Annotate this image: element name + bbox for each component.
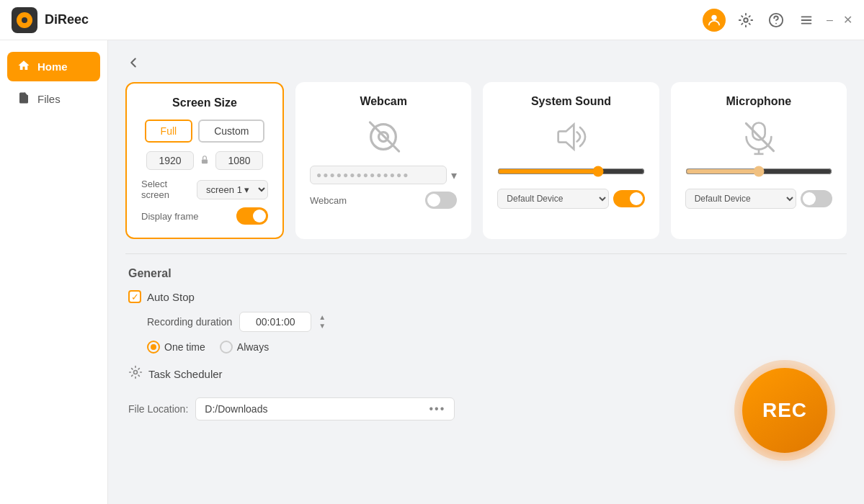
microphone-slider[interactable] [685, 166, 832, 177]
microphone-slider-wrap [685, 166, 832, 180]
sidebar-item-files[interactable]: Files [7, 84, 100, 114]
microphone-title: Microphone [685, 95, 832, 108]
full-size-button[interactable]: Full [145, 120, 193, 143]
webcam-slider [425, 192, 457, 209]
help-icon[interactable] [766, 10, 786, 30]
webcam-knob [427, 194, 440, 207]
sidebar: Home Files [0, 40, 108, 504]
repeat-row: One time Always [147, 341, 844, 354]
microphone-icon-wrap [685, 118, 832, 156]
task-scheduler-label: Task Scheduler [148, 368, 223, 380]
display-frame-slider [236, 207, 268, 225]
webcam-toggle-row: Webcam [310, 192, 457, 209]
microphone-device-select[interactable]: Default Device [685, 189, 796, 209]
microphone-knob [803, 192, 816, 205]
webcam-label: Webcam [310, 195, 347, 206]
back-icon [125, 55, 141, 71]
app-logo-inner [17, 12, 32, 28]
screen-size-card: Screen Size Full Custom [125, 82, 284, 239]
duration-label: Recording duration [147, 316, 232, 328]
webcam-dropdown-arrow[interactable]: ▾ [451, 168, 457, 182]
custom-size-button[interactable]: Custom [198, 120, 264, 143]
rec-label: REC [762, 399, 807, 422]
svg-rect-6 [801, 22, 812, 24]
webcam-icon-wrap [310, 118, 457, 156]
display-frame-label: Display frame [141, 211, 198, 222]
system-sound-device-select[interactable]: Default Device [497, 189, 608, 209]
system-sound-knob [630, 192, 643, 205]
svg-point-13 [134, 371, 138, 374]
system-sound-slider-wrap [497, 166, 644, 180]
profile-svg [706, 12, 722, 28]
system-sound-slider[interactable] [497, 166, 644, 177]
profile-icon[interactable] [703, 9, 726, 32]
select-screen-label: Select screen [141, 179, 197, 200]
one-time-radio-circle [147, 341, 160, 354]
app-body: Home Files Scre [0, 40, 864, 504]
one-time-radio[interactable]: One time [147, 341, 205, 354]
display-frame-knob [253, 210, 266, 222]
svg-rect-7 [202, 159, 208, 163]
webcam-card: Webcam ●●●●●●●●●●●●●● [295, 82, 471, 239]
system-sound-title: System Sound [497, 95, 644, 108]
size-buttons: Full Custom [141, 120, 268, 143]
file-location-value: D:/Downloads [205, 403, 267, 415]
speaker-icon [552, 118, 589, 156]
back-button[interactable] [125, 55, 141, 71]
system-sound-select-row: Default Device [497, 189, 644, 209]
microphone-toggle[interactable] [801, 190, 832, 207]
microphone-card: Microphone [671, 82, 847, 239]
cards-row: Screen Size Full Custom [125, 82, 847, 239]
always-radio[interactable]: Always [220, 341, 269, 354]
system-sound-card: System Sound Default Device [483, 82, 659, 239]
app-logo [12, 7, 37, 33]
width-input[interactable] [146, 151, 194, 170]
files-icon [17, 91, 30, 107]
select-screen-row: Select screen screen 1 ▾ [141, 179, 268, 200]
auto-stop-row: ✓ Auto Stop [128, 290, 844, 303]
help-svg [768, 12, 784, 28]
home-icon [17, 59, 30, 74]
microphone-icon-container [740, 118, 778, 156]
system-sound-slider-toggle [613, 190, 645, 207]
microphone-slider-toggle [801, 190, 832, 207]
close-button[interactable]: ✕ [843, 13, 852, 27]
duration-up-button[interactable]: ▲ [319, 314, 326, 321]
svg-point-1 [744, 18, 748, 22]
webcam-title: Webcam [310, 95, 457, 108]
task-gear-icon [128, 365, 143, 383]
duration-input[interactable] [239, 312, 311, 332]
sidebar-files-label: Files [37, 93, 61, 105]
duration-down-button[interactable]: ▼ [319, 323, 326, 330]
sidebar-item-home[interactable]: Home [7, 52, 100, 81]
title-bar-left: DiReec [12, 7, 89, 33]
title-bar-right: – ✕ [703, 9, 852, 32]
settings-icon[interactable] [736, 10, 756, 30]
duration-row: Recording duration ▲ ▼ [147, 312, 844, 332]
height-input[interactable] [215, 151, 263, 170]
file-location-input[interactable]: D:/Downloads ••• [195, 397, 455, 420]
minimize-button[interactable]: – [827, 14, 833, 27]
menu-icon[interactable] [796, 10, 816, 30]
general-title: General [128, 267, 844, 280]
microphone-select-row: Default Device [685, 189, 832, 209]
system-sound-toggle[interactable] [613, 190, 645, 207]
file-location-dots[interactable]: ••• [429, 402, 445, 415]
lock-icon [200, 155, 210, 167]
one-time-label: One time [164, 341, 205, 353]
display-frame-row: Display frame [141, 207, 268, 225]
webcam-dropdown[interactable]: ●●●●●●●●●●●●●● [310, 166, 447, 184]
rec-button[interactable]: REC [742, 368, 827, 453]
webcam-toggle[interactable] [425, 192, 457, 209]
display-frame-toggle[interactable] [236, 207, 268, 225]
app-name: DiReec [45, 12, 89, 27]
screen-size-title: Screen Size [141, 96, 268, 109]
rec-outer-ring: REC [734, 360, 835, 461]
auto-stop-checkbox[interactable]: ✓ [128, 290, 141, 303]
duration-spinner: ▲ ▼ [319, 314, 326, 330]
screen-select[interactable]: screen 1 ▾ [197, 180, 268, 199]
main-content: Screen Size Full Custom [108, 40, 864, 504]
title-bar: DiReec [0, 0, 864, 40]
always-label: Always [237, 341, 269, 353]
webcam-disabled-icon [365, 118, 402, 156]
